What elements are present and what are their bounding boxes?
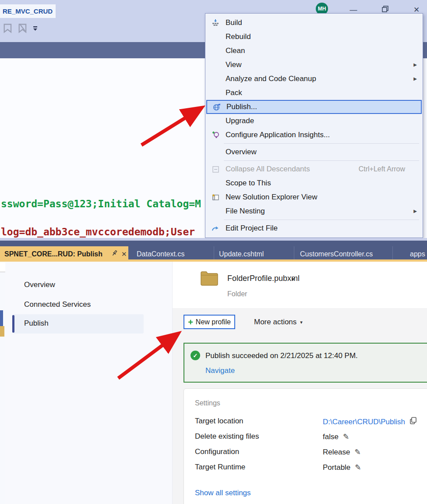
menu-item-edit-project-file[interactable]: Edit Project File bbox=[205, 221, 423, 235]
setting-label-target-location: Target location bbox=[195, 417, 243, 426]
app-insights-icon bbox=[205, 131, 226, 139]
new-profile-button[interactable]: + New profile bbox=[184, 315, 235, 329]
new-profile-label: New profile bbox=[196, 318, 231, 326]
publish-success-banner: ✓ Publish succeeded on 2/21/2025 at 12:4… bbox=[184, 343, 427, 383]
close-tab-icon[interactable]: ✕ bbox=[121, 250, 127, 258]
submenu-arrow-icon: ▶ bbox=[413, 76, 417, 81]
pencil-icon[interactable]: ✎ bbox=[354, 447, 360, 457]
profile-type-label: Folder bbox=[227, 290, 247, 298]
settings-card: Settings Target location D:\Career\CRUD\… bbox=[184, 388, 427, 504]
setting-label-configuration: Configuration bbox=[195, 447, 239, 456]
collapse-icon bbox=[205, 166, 226, 173]
publish-globe-icon bbox=[207, 103, 226, 111]
menu-item-publish[interactable]: Publish... bbox=[206, 100, 422, 114]
publish-document-window: SPNET_CORE...RUD: Publish ✕ DataContext.… bbox=[0, 238, 427, 504]
submenu-arrow-icon: ▶ bbox=[413, 62, 417, 67]
sidebar-item-publish[interactable]: Publish bbox=[24, 319, 49, 328]
menu-separator bbox=[224, 143, 419, 144]
menu-item-scope-to-this[interactable]: Scope to This bbox=[205, 176, 423, 190]
pin-icon[interactable] bbox=[111, 250, 118, 259]
build-icon bbox=[205, 19, 226, 26]
menu-separator bbox=[224, 220, 419, 220]
code-line-catalog: log=db_abb3ce_mvccoredemodb;User bbox=[1, 226, 195, 238]
sidebar-selection-accent bbox=[12, 315, 14, 333]
setting-value-delete-existing: false ✎ bbox=[323, 432, 349, 441]
publish-sidebar: Overview Connected Services Publish bbox=[5, 262, 172, 504]
setting-value-configuration: Release ✎ bbox=[323, 447, 361, 457]
toolbar-overflow-icon[interactable] bbox=[32, 25, 39, 34]
menu-item-overview[interactable]: Overview bbox=[205, 145, 423, 159]
settings-title: Settings bbox=[195, 399, 220, 407]
pencil-icon[interactable]: ✎ bbox=[343, 432, 349, 441]
solution-title-label: RE_MVC_CRUD bbox=[3, 7, 53, 15]
caret-down-icon: ▾ bbox=[300, 319, 303, 325]
submenu-arrow-icon: ▶ bbox=[413, 209, 417, 213]
folder-icon bbox=[200, 270, 219, 289]
document-tab-bar: SPNET_CORE...RUD: Publish ✕ DataContext.… bbox=[0, 241, 427, 259]
profile-dropdown-icon[interactable]: ▾ bbox=[292, 276, 294, 282]
copy-icon[interactable] bbox=[409, 417, 417, 427]
edit-file-icon bbox=[205, 225, 226, 232]
publish-main-panel: FolderProfile.pubxml ▾ Folder + New prof… bbox=[172, 262, 427, 504]
setting-value-target-runtime: Portable ✎ bbox=[323, 463, 361, 472]
code-line-connection-string: ssword=Pass@123;Initial Catalog=M bbox=[1, 198, 201, 209]
solution-title-tab[interactable]: RE_MVC_CRUD bbox=[0, 4, 56, 18]
menu-shortcut: Ctrl+Left Arrow bbox=[359, 165, 405, 173]
success-message: Publish succeeded on 2/21/2025 at 12:40 … bbox=[205, 351, 358, 360]
menu-item-collapse-all: Collapse All Descendants Ctrl+Left Arrow bbox=[205, 162, 423, 176]
bookmark-icon[interactable] bbox=[3, 23, 13, 36]
menu-item-pack[interactable]: Pack bbox=[205, 86, 423, 100]
menu-item-view[interactable]: View ▶ bbox=[205, 58, 423, 72]
setting-label-delete-existing: Delete existing files bbox=[195, 432, 259, 441]
menu-separator bbox=[224, 160, 419, 161]
menu-item-label: Build bbox=[226, 18, 242, 27]
navigate-link[interactable]: Navigate bbox=[205, 366, 235, 375]
plus-icon: + bbox=[188, 319, 193, 326]
setting-label-target-runtime: Target Runtime bbox=[195, 463, 245, 472]
menu-item-new-solution-explorer-view[interactable]: New Solution Explorer View bbox=[205, 190, 423, 204]
left-edge-fragment bbox=[0, 262, 5, 504]
menu-item-clean[interactable]: Clean bbox=[205, 44, 423, 58]
more-actions-button[interactable]: More actions ▾ bbox=[254, 318, 303, 327]
pencil-icon[interactable]: ✎ bbox=[355, 463, 361, 472]
bookmark-cut-icon[interactable] bbox=[18, 23, 28, 36]
menu-item-rebuild[interactable]: Rebuild bbox=[205, 30, 423, 44]
sidebar-item-overview[interactable]: Overview bbox=[24, 280, 55, 289]
new-view-icon bbox=[205, 194, 226, 201]
target-location-link[interactable]: D:\Career\CRUD\Publish bbox=[323, 418, 405, 426]
tab-label: SPNET_CORE...RUD: Publish bbox=[4, 250, 102, 258]
avatar-initials: MH bbox=[318, 6, 326, 12]
menu-item-build[interactable]: Build bbox=[205, 16, 423, 30]
menu-item-upgrade[interactable]: Upgrade bbox=[205, 114, 423, 128]
show-all-settings-link[interactable]: Show all settings bbox=[195, 489, 251, 497]
menu-item-file-nesting[interactable]: File Nesting ▶ bbox=[205, 204, 423, 218]
setting-value-target-location: D:\Career\CRUD\Publish bbox=[323, 417, 417, 427]
vs-window: RE_MVC_CRUD MH — ✕ ssword=Pass@123;Initi… bbox=[0, 0, 427, 504]
sidebar-item-connected-services[interactable]: Connected Services bbox=[24, 300, 91, 309]
project-context-menu: Build Rebuild Clean View ▶ Analyze and C… bbox=[205, 13, 423, 238]
profile-name: FolderProfile.pubxml bbox=[227, 274, 300, 283]
success-check-icon: ✓ bbox=[191, 351, 200, 360]
menu-item-analyze[interactable]: Analyze and Code Cleanup ▶ bbox=[205, 72, 423, 86]
menu-item-app-insights[interactable]: Configure Application Insights... bbox=[205, 128, 423, 142]
bookmark-toolbar bbox=[3, 23, 39, 36]
